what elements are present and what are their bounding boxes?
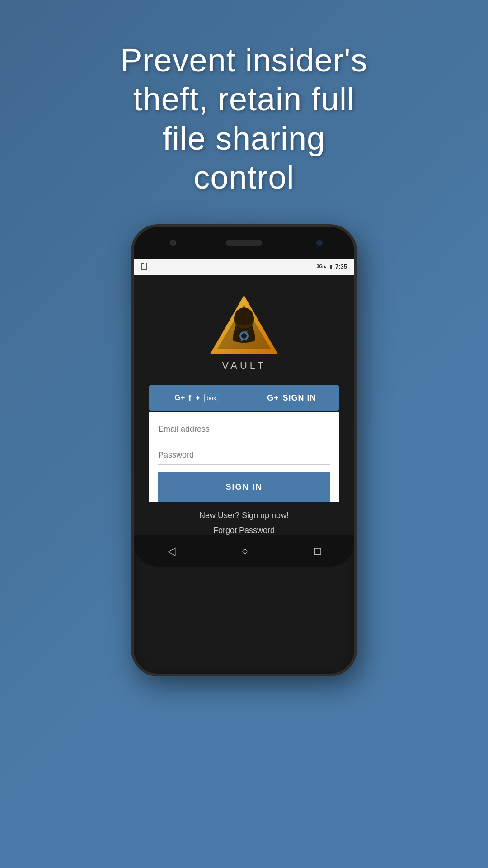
phone-speaker	[226, 240, 262, 246]
email-input[interactable]	[158, 421, 330, 436]
clock: 7:35	[335, 263, 347, 270]
status-left	[141, 263, 147, 270]
password-input[interactable]	[158, 447, 330, 462]
email-field-wrapper	[158, 421, 330, 439]
google-plus-signin-icon: G+	[267, 393, 279, 403]
box-icon: box	[204, 394, 218, 402]
svg-rect-6	[244, 339, 244, 341]
google-plus-icon: G+	[174, 393, 185, 402]
home-button[interactable]: ○	[242, 545, 249, 557]
signal-indicator: 3G▲	[317, 264, 327, 269]
hero-line2: theft, retain full	[133, 81, 355, 117]
signin-button[interactable]: SIGN IN	[158, 472, 330, 502]
battery-indicator: ▮	[330, 264, 333, 269]
app-name: VAULT	[222, 360, 266, 372]
svg-point-4	[241, 333, 247, 339]
logo-area: VAULT	[208, 293, 280, 372]
social-tab[interactable]: G+ f ✦ box	[149, 385, 244, 411]
app-screen: VAULT G+ f ✦ box G+ SIGN IN	[134, 275, 354, 535]
phone-camera	[170, 240, 176, 246]
hero-line3: file sharing	[163, 120, 325, 156]
signin-tab-label: SIGN IN	[283, 393, 316, 403]
phone-hardware-top	[134, 227, 354, 259]
phone-sensor	[316, 240, 323, 246]
login-form: SIGN IN	[149, 412, 339, 502]
notification-icon	[141, 263, 147, 270]
forgot-password-link[interactable]: Forgot Password	[213, 526, 275, 535]
google-signin-tab[interactable]: G+ SIGN IN	[244, 385, 339, 411]
back-button[interactable]: ◁	[167, 545, 175, 557]
hero-line1: Prevent insider's	[121, 42, 368, 78]
status-right: 3G▲ ▮ 7:35	[317, 263, 347, 270]
dropbox-icon: ✦	[195, 394, 201, 402]
hero-line4: control	[193, 159, 294, 195]
vault-logo-svg	[208, 293, 280, 356]
signin-tabs: G+ f ✦ box G+ SIGN IN	[149, 385, 339, 411]
password-field-wrapper	[158, 447, 330, 465]
facebook-icon: f	[188, 393, 191, 403]
svg-rect-5	[244, 330, 244, 333]
status-bar: 3G▲ ▮ 7:35	[134, 259, 354, 275]
social-icons: G+ f ✦ box	[174, 393, 218, 403]
phone-mockup: 3G▲ ▮ 7:35	[131, 224, 357, 676]
nav-bar: ◁ ○ □	[134, 535, 354, 567]
signup-link[interactable]: New User? Sign up now!	[199, 511, 289, 520]
recent-button[interactable]: □	[314, 545, 321, 557]
page-wrapper: Prevent insider's theft, retain full fil…	[0, 0, 488, 868]
hero-text: Prevent insider's theft, retain full fil…	[94, 41, 395, 197]
bottom-links: New User? Sign up now! Forgot Password	[199, 511, 289, 535]
